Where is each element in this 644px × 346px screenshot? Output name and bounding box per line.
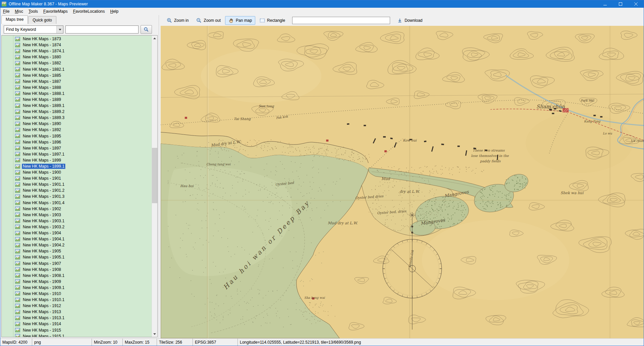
zoom-in-button[interactable]: Zoom in <box>163 16 192 25</box>
pan-map-button[interactable]: Pan map <box>225 16 255 25</box>
search-button[interactable] <box>141 25 152 34</box>
tree-item[interactable]: New HK Maps - 1903.2 <box>15 224 152 230</box>
tree-item[interactable]: New HK Maps - 1904.2 <box>15 242 152 248</box>
map-item-icon <box>15 67 20 71</box>
map-item-icon <box>15 231 20 235</box>
tree-item[interactable]: New HK Maps - 1909 <box>15 279 152 285</box>
find-mode-select[interactable]: Find by Keyword <box>4 25 63 34</box>
app-icon <box>2 1 7 7</box>
status-segment: png <box>32 339 92 346</box>
map-item-icon <box>15 328 20 332</box>
tree-item[interactable]: New HK Maps - 1903.1 <box>15 218 152 224</box>
tree-item[interactable]: New HK Maps - 1909.1 <box>15 285 152 291</box>
scrollbar-thumb[interactable] <box>152 148 157 203</box>
toolbar-input[interactable] <box>292 17 390 24</box>
tree-item[interactable]: New HK Maps - 1901 <box>15 175 152 181</box>
tree-item[interactable]: New HK Maps - 1873 <box>15 36 152 42</box>
close-button[interactable] <box>628 0 644 8</box>
tree-item[interactable]: New HK Maps - 1901.2 <box>15 187 152 193</box>
menu-favoritemaps[interactable]: FavoriteMaps <box>41 8 70 15</box>
tree-item[interactable]: New HK Maps - 1896 <box>15 139 152 145</box>
tree-item[interactable]: New HK Maps - 1887 <box>15 78 152 84</box>
tree-item[interactable]: New HK Maps - 1905 <box>15 248 152 254</box>
rectangle-button[interactable]: Rectangle <box>256 16 288 24</box>
tree-item[interactable]: New HK Maps - 1882 <box>15 60 152 66</box>
tree-item[interactable]: New HK Maps - 1899.1 <box>15 163 152 169</box>
tree-item[interactable]: New HK Maps - 1890 <box>15 121 152 127</box>
map-item-icon <box>15 316 20 320</box>
tree-item[interactable]: New HK Maps - 1897 <box>15 145 152 151</box>
map-item-icon <box>15 194 20 199</box>
zoom-out-button[interactable]: Zoom out <box>193 16 224 25</box>
tree-item[interactable]: New HK Maps - 1889 <box>15 97 152 103</box>
tree-item[interactable]: New HK Maps - 1901.3 <box>15 193 152 199</box>
tree-item[interactable]: New HK Maps - 1901.1 <box>15 181 152 187</box>
map-item-icon <box>15 279 20 284</box>
scroll-down-icon[interactable] <box>152 331 157 337</box>
status-segment: MaxZoom: 15 <box>123 339 157 346</box>
pan-hand-icon <box>228 18 234 23</box>
tree-item[interactable]: New HK Maps - 1880 <box>15 54 152 60</box>
tree-item[interactable]: New HK Maps - 1900 <box>15 169 152 175</box>
map-item-icon <box>15 200 20 205</box>
menu-help[interactable]: Help <box>108 8 121 15</box>
tree-item[interactable]: New HK Maps - 1915.1 <box>15 333 152 337</box>
dropdown-arrow-icon[interactable] <box>56 26 63 33</box>
tree-item[interactable]: New HK Maps - 1908 <box>15 267 152 273</box>
tree-item[interactable]: New HK Maps - 1899 <box>15 157 152 163</box>
maximize-button[interactable] <box>613 0 628 8</box>
tree-item[interactable]: New HK Maps - 1882.1 <box>15 66 152 72</box>
tree-item[interactable]: New HK Maps - 1895 <box>15 133 152 139</box>
tree-item[interactable]: New HK Maps - 1907 <box>15 260 152 266</box>
keyword-input[interactable] <box>65 25 139 34</box>
menu-file[interactable]: File <box>0 8 12 15</box>
download-button[interactable]: Download <box>394 16 426 25</box>
status-bar: MapsID: 4200pngMinZoom: 10MaxZoom: 15Til… <box>0 338 644 346</box>
tree-item[interactable]: New HK Maps - 1908.1 <box>15 273 152 279</box>
tree-item[interactable]: New HK Maps - 1889.1 <box>15 103 152 109</box>
tree-item[interactable]: New HK Maps - 1902 <box>15 206 152 212</box>
tree-item[interactable]: New HK Maps - 1889.3 <box>15 115 152 121</box>
menu-tools[interactable]: Tools <box>26 8 41 15</box>
tree-item[interactable]: New HK Maps - 1885 <box>15 72 152 78</box>
tree-item[interactable]: New HK Maps - 1903 <box>15 212 152 218</box>
map-item-icon <box>15 79 20 83</box>
tree-item[interactable]: New HK Maps - 1910 <box>15 291 152 297</box>
tab-maps-tree[interactable]: Maps tree <box>1 15 28 24</box>
tree-item[interactable]: New HK Maps - 1913.1 <box>15 315 152 321</box>
maps-tree: New HK Maps - 1873New HK Maps - 1874New … <box>1 35 158 337</box>
tree-item-label: New HK Maps - 1912 <box>22 303 62 308</box>
tab-quick-goto[interactable]: Quick goto <box>28 16 56 24</box>
tree-item-label: New HK Maps - 1901 <box>22 176 62 181</box>
tree-item[interactable]: New HK Maps - 1914 <box>15 321 152 327</box>
tree-item[interactable]: New HK Maps - 1874.1 <box>15 48 152 54</box>
tree-item[interactable]: New HK Maps - 1874 <box>15 42 152 48</box>
tree-item-label: New HK Maps - 1903 <box>22 212 62 218</box>
tree-item[interactable]: New HK Maps - 1889.2 <box>15 109 152 115</box>
tree-item[interactable]: New HK Maps - 1892 <box>15 127 152 133</box>
tree-scrollbar[interactable] <box>152 36 157 337</box>
tree-item-label: New HK Maps - 1901.2 <box>22 188 65 193</box>
menu-misc[interactable]: Misc <box>12 8 26 15</box>
tree-item[interactable]: New HK Maps - 1904 <box>15 230 152 236</box>
map-item-icon <box>15 249 20 253</box>
tree-item[interactable]: New HK Maps - 1897.1 <box>15 151 152 157</box>
menu-bar: FileMiscToolsFavoriteMapsFavoriteLocatio… <box>0 8 644 15</box>
tree-item[interactable]: New HK Maps - 1901.4 <box>15 200 152 206</box>
map-viewport[interactable]: Hau hoi wan or Deep BayMangrovesMangrove… <box>161 26 644 338</box>
tree-item-label: New HK Maps - 1900 <box>22 170 62 175</box>
left-panel: Maps tree Quick goto Find by Keyword New… <box>0 15 159 338</box>
menu-favoritelocations[interactable]: FavoriteLocations <box>70 8 108 15</box>
tree-item[interactable]: New HK Maps - 1888 <box>15 84 152 91</box>
minimize-button[interactable] <box>597 0 613 8</box>
tree-item[interactable]: New HK Maps - 1888.1 <box>15 91 152 97</box>
tree-item[interactable]: New HK Maps - 1910.1 <box>15 297 152 303</box>
scroll-up-icon[interactable] <box>152 36 157 41</box>
tree-item[interactable]: New HK Maps - 1904.1 <box>15 236 152 242</box>
tree-item[interactable]: New HK Maps - 1905.1 <box>15 254 152 260</box>
tree-item[interactable]: New HK Maps - 1912 <box>15 303 152 309</box>
app-window: Offline Map Maker 8.367 - Maps Previewer… <box>0 0 644 346</box>
tree-item-label: New HK Maps - 1888 <box>22 85 62 90</box>
tree-item[interactable]: New HK Maps - 1913 <box>15 309 152 315</box>
tree-item[interactable]: New HK Maps - 1915 <box>15 327 152 333</box>
